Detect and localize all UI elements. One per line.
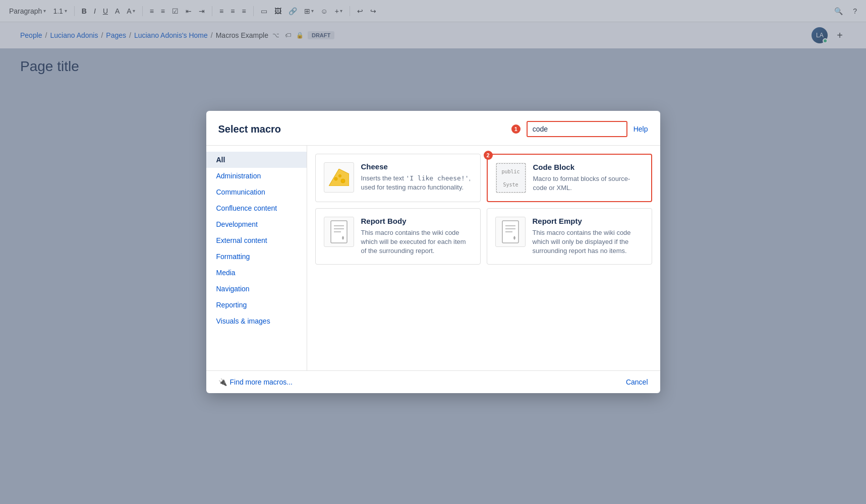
svg-point-1	[341, 179, 345, 183]
report-empty-macro-info: Report Empty This macro contains the wik…	[533, 217, 644, 256]
sidebar-item-navigation[interactable]: Navigation	[206, 281, 307, 297]
macro-card-report-body[interactable]: Report Body This macro contains the wiki…	[315, 208, 481, 265]
modal-body: All Administration Communication Conflue…	[206, 145, 660, 370]
macro-card-report-empty[interactable]: Report Empty This macro contains the wik…	[487, 208, 652, 265]
select-macro-modal: Select macro 1 Help All Administration C…	[206, 111, 660, 393]
codeblock-icon: public Syste	[496, 163, 526, 193]
codeblock-number-badge: 2	[484, 151, 493, 160]
sidebar-item-development[interactable]: Development	[206, 216, 307, 232]
sidebar-item-external-content[interactable]: External content	[206, 232, 307, 248]
macro-card-codeblock[interactable]: 2 public Syste Code Block Macro to forma…	[487, 154, 652, 202]
cheese-macro-name: Cheese	[361, 162, 472, 171]
sidebar-item-media[interactable]: Media	[206, 265, 307, 281]
cheese-icon	[324, 162, 354, 193]
codeblock-macro-name: Code Block	[533, 163, 643, 171]
svg-point-2	[334, 177, 337, 180]
report-empty-macro-name: Report Empty	[533, 217, 644, 225]
report-empty-macro-desc: This macro contains the wiki code which …	[533, 228, 644, 256]
macro-card-cheese[interactable]: Cheese Inserts the text 'I like cheese!'…	[315, 154, 481, 202]
modal-overlay: Select macro 1 Help All Administration C…	[0, 0, 866, 504]
report-body-icon	[324, 217, 354, 247]
modal-search-area: 1 Help	[511, 121, 648, 137]
cancel-button[interactable]: Cancel	[626, 378, 648, 386]
sidebar-item-confluence-content[interactable]: Confluence content	[206, 200, 307, 216]
sidebar-item-formatting[interactable]: Formatting	[206, 248, 307, 265]
sidebar-item-visuals-images[interactable]: Visuals & images	[206, 313, 307, 329]
code-block-preview-text: public Syste	[496, 163, 526, 193]
find-more-icon: 🔌	[218, 378, 227, 386]
sidebar-item-all[interactable]: All	[206, 152, 307, 168]
help-link[interactable]: Help	[633, 125, 648, 133]
sidebar-item-administration[interactable]: Administration	[206, 168, 307, 184]
modal-header: Select macro 1 Help	[206, 111, 660, 145]
svg-marker-0	[329, 169, 349, 186]
modal-footer: 🔌 Find more macros... Cancel	[206, 370, 660, 393]
modal-sidebar: All Administration Communication Conflue…	[206, 146, 307, 370]
codeblock-macro-desc: Macro to format blocks of source-code or…	[533, 174, 643, 193]
modal-title: Select macro	[218, 123, 281, 135]
sidebar-item-reporting[interactable]: Reporting	[206, 297, 307, 313]
svg-point-3	[338, 175, 341, 177]
codeblock-macro-info: Code Block Macro to format blocks of sou…	[533, 163, 643, 193]
report-empty-icon	[495, 217, 526, 247]
report-body-macro-name: Report Body	[361, 217, 472, 225]
cheese-macro-desc: Inserts the text 'I like cheese!', used …	[361, 174, 472, 192]
search-number-badge: 1	[511, 124, 521, 134]
find-more-label: Find more macros...	[230, 378, 293, 386]
report-body-macro-desc: This macro contains the wiki code which …	[361, 228, 472, 256]
cheese-macro-info: Cheese Inserts the text 'I like cheese!'…	[361, 162, 472, 192]
find-more-link[interactable]: 🔌 Find more macros...	[218, 378, 293, 386]
report-body-macro-info: Report Body This macro contains the wiki…	[361, 217, 472, 256]
sidebar-item-communication[interactable]: Communication	[206, 184, 307, 200]
macros-grid: Cheese Inserts the text 'I like cheese!'…	[307, 146, 660, 370]
macro-search-input[interactable]	[527, 121, 627, 137]
